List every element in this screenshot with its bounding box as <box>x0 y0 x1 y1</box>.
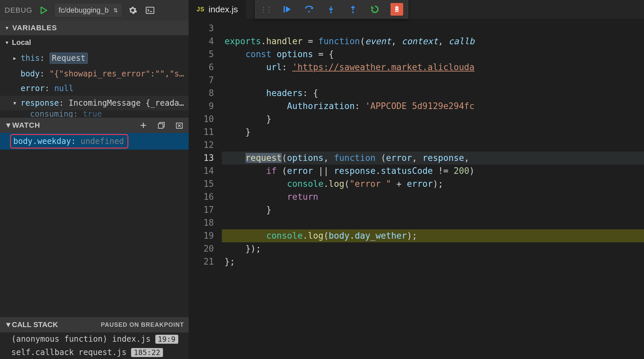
tk: options <box>277 49 313 59</box>
tk: response <box>422 153 464 163</box>
spacer <box>0 150 189 317</box>
remove-all-watch-button[interactable] <box>173 119 185 131</box>
svg-point-5 <box>330 11 332 13</box>
stack-frame[interactable]: self.callback request.js 185:22 <box>0 346 189 359</box>
debug-console-icon[interactable] <box>144 4 156 16</box>
line-number: 21 <box>189 255 222 268</box>
tk: error <box>287 166 313 176</box>
start-debug-button[interactable] <box>38 4 50 16</box>
tk: Authorization <box>287 101 355 111</box>
chevron-down-icon: ▼ <box>5 40 9 45</box>
tab-bar: JS index.js ⋮⋮ <box>189 0 644 19</box>
svg-point-4 <box>308 11 310 12</box>
js-file-icon: JS <box>197 6 205 13</box>
chevron-updown-icon: ⇅ <box>113 7 118 14</box>
callstack-title: CALL STACK <box>12 320 58 329</box>
stop-button[interactable] <box>391 3 403 16</box>
watch-title: WATCH <box>12 121 40 130</box>
var-error[interactable]: error: null <box>0 81 189 96</box>
chevron-down-icon: ▼ <box>5 121 12 130</box>
tk: "error " <box>350 179 391 189</box>
scope-local[interactable]: ▼ Local <box>0 35 189 50</box>
tk: log <box>329 179 344 189</box>
var-key: body <box>21 69 40 78</box>
gutter[interactable]: 3 4 5 6 7 8 9 10 11 12 13 14 15 16 17 18… <box>189 21 222 359</box>
chevron-down-icon: ▼ <box>13 100 21 106</box>
var-value: true <box>83 110 102 118</box>
debug-config-value: fc/debugging_b <box>59 6 108 15</box>
var-key: error <box>21 84 45 93</box>
tk: context <box>402 36 438 46</box>
variables-area: ▼ Local ▶ this: Request body: "{"showapi… <box>0 35 189 118</box>
step-out-button[interactable] <box>347 3 359 16</box>
gear-icon[interactable] <box>127 4 139 16</box>
tab-label: index.js <box>209 4 238 15</box>
line-number: 20 <box>189 242 222 255</box>
tk: options <box>287 153 324 163</box>
tk: log <box>308 231 323 241</box>
tk: function <box>334 153 376 163</box>
variables-panel-header[interactable]: ▼ VARIABLES <box>0 21 189 35</box>
grip-icon[interactable]: ⋮⋮ <box>260 5 271 13</box>
tk: event <box>365 36 391 46</box>
tk: day_wether <box>355 231 407 241</box>
code-body[interactable]: exports.handler = function(event, contex… <box>222 21 644 359</box>
line-number: 7 <box>189 74 222 87</box>
add-watch-button[interactable] <box>137 119 149 131</box>
tk: body <box>329 231 350 241</box>
watch-expr: body.weekday <box>13 137 71 146</box>
debug-label: DEBUG <box>5 6 32 15</box>
line-number: 16 <box>189 190 222 203</box>
var-response[interactable]: ▼ response: IncomingMessage {_reada… <box>0 96 189 110</box>
tab-indexjs[interactable]: JS index.js <box>189 0 246 19</box>
var-value: IncomingMessage {_reada… <box>69 98 184 108</box>
line-number: 14 <box>189 165 222 178</box>
svg-point-6 <box>352 11 354 13</box>
watch-panel-header[interactable]: ▼ WATCH <box>0 118 189 133</box>
stack-loc: 19:9 <box>155 335 178 344</box>
var-value: null <box>54 84 74 93</box>
tk: handler <box>266 36 303 46</box>
tk: console <box>266 231 303 241</box>
tk: url <box>266 62 282 72</box>
line-number: 13 <box>189 152 222 165</box>
stack-frame[interactable]: (anonymous function) index.js 19:9 <box>0 332 189 346</box>
scope-local-label: Local <box>12 38 31 47</box>
tk: statusCode <box>381 166 433 176</box>
line-number: 5 <box>189 48 222 61</box>
line-number: 10 <box>189 113 222 126</box>
var-body[interactable]: body: "{"showapi_res_error":"","s… <box>0 66 189 81</box>
svg-rect-7 <box>396 6 398 8</box>
tk: 'APPCODE 5d9129e294fc <box>365 101 475 111</box>
stack-file: request.js <box>79 348 127 357</box>
var-consuming[interactable]: consuming: true <box>0 110 189 118</box>
line-number: 19 <box>189 229 222 242</box>
editor-area: JS index.js ⋮⋮ 3 <box>189 0 644 359</box>
debug-config-select[interactable]: fc/debugging_b ⇅ <box>55 4 121 17</box>
line-number: 8 <box>189 87 222 100</box>
tk: response <box>334 166 376 176</box>
svg-rect-3 <box>284 6 285 12</box>
var-key: response <box>21 98 59 108</box>
line-number: 4 <box>189 35 222 48</box>
var-this[interactable]: ▶ this: Request <box>0 50 189 66</box>
step-over-button[interactable] <box>303 3 315 16</box>
watch-expression[interactable]: body.weekday: undefined <box>0 133 189 150</box>
stack-fn: self.callback <box>11 348 74 357</box>
code-area[interactable]: 3 4 5 6 7 8 9 10 11 12 13 14 15 16 17 18… <box>189 19 644 359</box>
line-number: 18 <box>189 216 222 229</box>
collapse-all-button[interactable] <box>155 119 167 131</box>
line-number: 6 <box>189 61 222 74</box>
tk: 200 <box>454 166 469 176</box>
step-into-button[interactable] <box>325 3 337 16</box>
tk: callb <box>448 36 474 46</box>
continue-button[interactable] <box>281 3 293 16</box>
debug-topbar: DEBUG fc/debugging_b ⇅ <box>0 0 189 21</box>
tk: if <box>266 166 276 176</box>
tk: console <box>287 179 324 189</box>
callstack-panel-header[interactable]: ▼ CALL STACK PAUSED ON BREAKPOINT <box>0 317 189 332</box>
tk: headers <box>266 88 303 98</box>
debug-toolbar: ⋮⋮ <box>255 0 408 19</box>
svg-rect-0 <box>146 7 154 14</box>
restart-button[interactable] <box>369 3 381 16</box>
